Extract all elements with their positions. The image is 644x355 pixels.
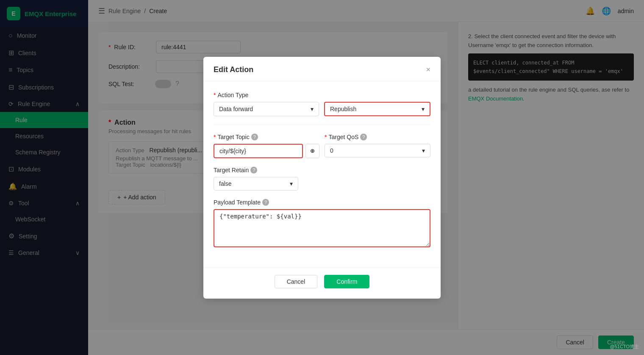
modal-close-button[interactable]: × xyxy=(426,65,430,74)
divider xyxy=(214,125,430,125)
modal-cancel-button[interactable]: Cancel xyxy=(275,275,318,288)
payload-template-help-icon[interactable]: ? xyxy=(262,199,269,206)
target-topic-field: * Target Topic ? ⊕ xyxy=(214,134,319,158)
chevron-down-icon: ▾ xyxy=(422,147,425,154)
action-type-label: * Action Type xyxy=(214,92,430,98)
action-type-field: * Action Type Data forward ▾ Republish ▾ xyxy=(214,92,430,116)
target-qos-field: * Target QoS ? 0 ▾ xyxy=(325,134,430,158)
watermark: @51CTO博主 xyxy=(610,344,639,350)
modal-header: Edit Action × xyxy=(203,57,441,81)
topic-qos-row: * Target Topic ? ⊕ * Target QoS ? xyxy=(214,134,430,158)
chevron-down-icon: ▾ xyxy=(290,180,293,187)
payload-template-field: Payload Template ? {"temperature": ${val… xyxy=(214,199,430,249)
target-retain-field: Target Retain ? false ▾ xyxy=(214,167,430,190)
target-topic-extra-btn[interactable]: ⊕ xyxy=(305,144,319,158)
action-type-row: Data forward ▾ Republish ▾ xyxy=(214,102,430,116)
target-topic-label: * Target Topic ? xyxy=(214,134,319,140)
chevron-down-icon: ▾ xyxy=(422,106,425,112)
target-retain-select[interactable]: false ▾ xyxy=(214,177,298,190)
modal-overlay: Edit Action × * Action Type Data forward… xyxy=(0,0,644,355)
target-qos-label: * Target QoS ? xyxy=(325,134,430,140)
target-retain-help-icon[interactable]: ? xyxy=(250,167,257,173)
target-qos-help-icon[interactable]: ? xyxy=(360,134,367,140)
payload-template-label: Payload Template ? xyxy=(214,199,430,206)
modal-title: Edit Action xyxy=(214,65,253,74)
target-topic-help-icon[interactable]: ? xyxy=(251,134,258,140)
modal-confirm-button[interactable]: Confirm xyxy=(324,275,369,288)
target-retain-label: Target Retain ? xyxy=(214,167,430,173)
modal-footer: Cancel Confirm xyxy=(203,268,441,299)
target-qos-select[interactable]: 0 ▾ xyxy=(325,144,430,157)
payload-template-textarea[interactable]: {"temperature": ${val}} xyxy=(214,209,430,247)
chevron-down-icon: ▾ xyxy=(311,106,314,112)
action-type-right-select[interactable]: Republish ▾ xyxy=(324,102,430,116)
modal-body: * Action Type Data forward ▾ Republish ▾ xyxy=(203,81,441,268)
edit-action-modal: Edit Action × * Action Type Data forward… xyxy=(203,57,441,299)
action-type-left-select[interactable]: Data forward ▾ xyxy=(214,102,319,116)
target-topic-input[interactable] xyxy=(214,144,303,158)
